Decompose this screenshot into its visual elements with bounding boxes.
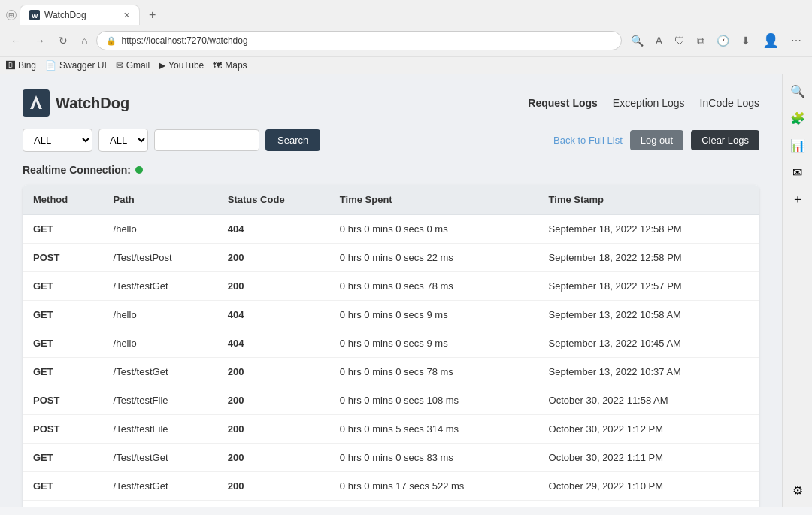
tab-title: WatchDog [44, 10, 119, 20]
logout-button[interactable]: Log out [630, 130, 683, 150]
cell-status: 200 [217, 272, 329, 301]
method-filter-select[interactable]: ALL GET POST PUT DELETE [23, 129, 92, 152]
table-row: GET /hello 404 0 hrs 0 mins 0 secs 9 ms … [23, 301, 759, 329]
cell-timestamp: September 13, 2022 10:45 AM [538, 329, 759, 358]
cell-status: 200 [217, 244, 329, 272]
cell-status: 200 [217, 472, 329, 501]
app-header: WatchDog Request Logs Exception Logs InC… [23, 89, 759, 117]
youtube-icon: ▶ [159, 60, 165, 71]
bookmark-maps[interactable]: 🗺 Maps [213, 60, 247, 71]
cell-path: /Test/testGet [103, 501, 217, 507]
cell-path: /hello [103, 329, 217, 358]
cell-time-spent: 0 hrs 0 mins 0 secs 22 ms [329, 244, 538, 272]
nav-request-logs[interactable]: Request Logs [528, 97, 598, 109]
cell-status: 200 [217, 386, 329, 415]
cell-time-spent: 0 hrs 0 mins 0 secs 140 ms [329, 501, 538, 507]
table-row: GET /hello 404 0 hrs 0 mins 0 secs 0 ms … [23, 215, 759, 244]
svg-text:W: W [32, 12, 38, 20]
table-row: GET /hello 404 0 hrs 0 mins 0 secs 9 ms … [23, 329, 759, 358]
menu-btn[interactable]: ⋯ [786, 29, 806, 52]
profile-btn[interactable]: 👤 [758, 29, 783, 52]
col-status-code: Status Code [217, 185, 329, 215]
realtime-label: Realtime Connection: [23, 164, 131, 176]
reload-button[interactable]: ↻ [54, 32, 72, 50]
bookmark-youtube[interactable]: ▶ YouTube [159, 60, 204, 71]
table-row: GET /Test/testGet 200 0 hrs 0 mins 0 sec… [23, 272, 759, 301]
cell-path: /Test/testGet [103, 472, 217, 501]
realtime-status: Realtime Connection: [23, 164, 759, 176]
col-time-spent: Time Spent [329, 185, 538, 215]
table-row: GET /Test/testGet 200 0 hrs 0 mins 0 sec… [23, 358, 759, 386]
shield-btn[interactable]: 🛡 [670, 29, 689, 52]
gmail-icon: ✉ [116, 60, 123, 71]
watchdog-logo-icon [23, 89, 50, 117]
table-row: POST /Test/testPost 200 0 hrs 0 mins 0 s… [23, 244, 759, 272]
cell-method: GET [23, 301, 103, 329]
tab-favicon: W [29, 10, 40, 20]
nav-exception-logs[interactable]: Exception Logs [613, 97, 685, 109]
table-row: GET /Test/testGet 200 0 hrs 0 mins 0 sec… [23, 444, 759, 472]
sidebar-extensions-icon[interactable]: 🧩 [787, 108, 808, 129]
cell-method: POST [23, 386, 103, 415]
back-to-full-list-link[interactable]: Back to Full List [553, 135, 623, 146]
connection-status-dot [135, 166, 143, 174]
reader-view-btn[interactable]: A [651, 29, 667, 52]
clear-logs-button[interactable]: Clear Logs [691, 130, 759, 150]
sidebar-add-icon[interactable]: ＋ [787, 189, 808, 210]
cell-path: /Test/testGet [103, 358, 217, 386]
browser-nav-icons: 🔍 A 🛡 ⧉ 🕐 ⬇ 👤 ⋯ [626, 29, 806, 52]
tab-close-button[interactable]: ✕ [123, 11, 130, 20]
bookmark-swagger[interactable]: 📄 Swagger UI [45, 60, 107, 71]
sidebar-office-icon[interactable]: 📊 [787, 135, 808, 156]
table-row: POST /Test/testFile 200 0 hrs 0 mins 0 s… [23, 386, 759, 415]
bookmark-gmail[interactable]: ✉ Gmail [116, 60, 150, 71]
split-view-btn[interactable]: ⧉ [692, 29, 709, 52]
cell-method: GET [23, 501, 103, 507]
filter-bar: ALL GET POST PUT DELETE ALL 200 404 500 … [23, 129, 759, 152]
cell-timestamp: September 18, 2022 12:58 PM [538, 244, 759, 272]
table-row: POST /Test/testFile 200 0 hrs 0 mins 5 s… [23, 415, 759, 444]
cell-time-spent: 0 hrs 0 mins 0 secs 108 ms [329, 386, 538, 415]
sidebar-settings-icon[interactable]: ⚙ [787, 480, 808, 501]
swagger-icon: 📄 [45, 60, 56, 71]
cell-status: 404 [217, 215, 329, 244]
cell-timestamp: October 30, 2022 1:12 PM [538, 415, 759, 444]
status-filter-select[interactable]: ALL 200 404 500 [98, 129, 148, 152]
search-input[interactable] [154, 129, 259, 151]
bookmark-bing[interactable]: 🅱 Bing [6, 60, 36, 71]
cell-time-spent: 0 hrs 0 mins 0 secs 9 ms [329, 329, 538, 358]
cell-path: /Test/testGet [103, 272, 217, 301]
forward-button[interactable]: → [30, 32, 50, 50]
cell-method: GET [23, 215, 103, 244]
cell-time-spent: 0 hrs 0 mins 0 secs 9 ms [329, 301, 538, 329]
search-icon-btn[interactable]: 🔍 [626, 29, 648, 52]
log-table: Method Path Status Code Time Spent Time … [23, 185, 759, 507]
new-tab-button[interactable]: + [143, 5, 162, 25]
col-method: Method [23, 185, 103, 215]
cell-path: /Test/testFile [103, 386, 217, 415]
url-text: https://localhost:7270/watchdog [121, 35, 611, 46]
cell-method: POST [23, 244, 103, 272]
address-bar[interactable]: 🔒 https://localhost:7270/watchdog [96, 31, 621, 50]
history-btn[interactable]: 🕐 [712, 29, 734, 52]
browser-nav: ← → ↻ ⌂ 🔒 https://localhost:7270/watchdo… [0, 25, 812, 56]
app-logo: WatchDog [23, 89, 129, 117]
browser-tab[interactable]: W WatchDog ✕ [20, 5, 140, 25]
nav-incode-logs[interactable]: InCode Logs [700, 97, 759, 109]
cell-timestamp: September 13, 2022 10:37 AM [538, 358, 759, 386]
sidebar-search-icon[interactable]: 🔍 [787, 80, 808, 101]
table-body: GET /hello 404 0 hrs 0 mins 0 secs 0 ms … [23, 215, 759, 507]
app-name: WatchDog [56, 95, 129, 112]
sidebar-email-icon[interactable]: ✉ [787, 162, 808, 183]
back-button[interactable]: ← [6, 32, 26, 50]
download-btn[interactable]: ⬇ [737, 29, 755, 52]
cell-path: /Test/testGet [103, 444, 217, 472]
bing-icon: 🅱 [6, 60, 15, 71]
cell-status: 200 [217, 501, 329, 507]
maps-icon: 🗺 [213, 60, 222, 71]
col-path: Path [103, 185, 217, 215]
cell-path: /Test/testFile [103, 415, 217, 444]
search-button[interactable]: Search [265, 129, 320, 151]
cell-status: 200 [217, 358, 329, 386]
home-button[interactable]: ⌂ [77, 32, 92, 50]
